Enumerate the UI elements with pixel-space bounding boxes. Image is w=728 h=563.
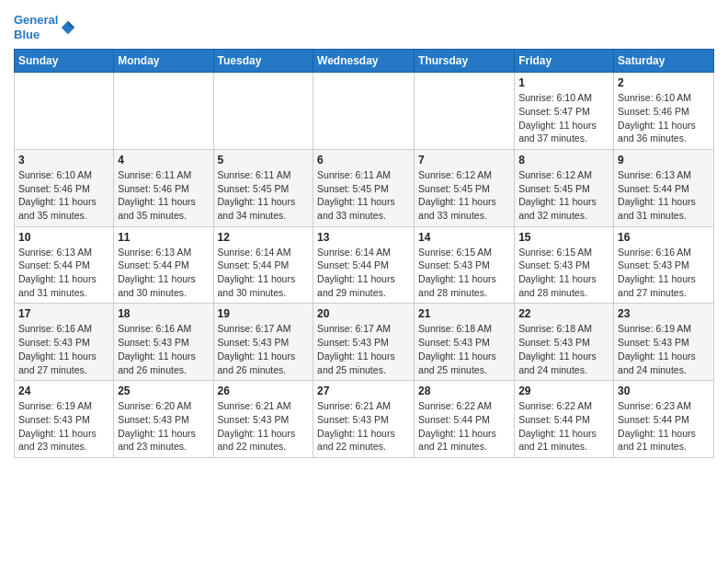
calendar-cell: 22Sunrise: 6:18 AM Sunset: 5:43 PM Dayli… (515, 304, 614, 381)
day-number: 2 (618, 76, 710, 89)
day-info: Sunrise: 6:18 AM Sunset: 5:43 PM Dayligh… (518, 322, 609, 376)
day-info: Sunrise: 6:10 AM Sunset: 5:46 PM Dayligh… (618, 91, 710, 145)
day-number: 25 (118, 385, 209, 397)
day-info: Sunrise: 6:16 AM Sunset: 5:43 PM Dayligh… (118, 322, 209, 376)
calendar-cell: 21Sunrise: 6:18 AM Sunset: 5:43 PM Dayli… (415, 304, 515, 381)
logo-icon (60, 19, 76, 36)
calendar-cell (114, 73, 213, 150)
day-info: Sunrise: 6:16 AM Sunset: 5:43 PM Dayligh… (618, 246, 710, 300)
col-header-thursday: Thursday (415, 50, 515, 73)
calendar-cell: 6Sunrise: 6:11 AM Sunset: 5:45 PM Daylig… (313, 149, 415, 226)
day-info: Sunrise: 6:11 AM Sunset: 5:45 PM Dayligh… (317, 168, 410, 223)
col-header-wednesday: Wednesday (313, 50, 415, 73)
calendar-cell: 18Sunrise: 6:16 AM Sunset: 5:43 PM Dayli… (114, 304, 213, 381)
calendar-cell: 16Sunrise: 6:16 AM Sunset: 5:43 PM Dayli… (614, 226, 714, 304)
day-info: Sunrise: 6:15 AM Sunset: 5:43 PM Dayligh… (518, 246, 609, 300)
calendar-cell: 23Sunrise: 6:19 AM Sunset: 5:43 PM Dayli… (614, 304, 714, 381)
calendar-cell: 26Sunrise: 6:21 AM Sunset: 5:43 PM Dayli… (213, 381, 313, 458)
calendar-cell: 17Sunrise: 6:16 AM Sunset: 5:43 PM Dayli… (15, 304, 114, 381)
calendar-cell: 15Sunrise: 6:15 AM Sunset: 5:43 PM Dayli… (515, 226, 614, 304)
calendar-cell: 29Sunrise: 6:22 AM Sunset: 5:44 PM Dayli… (515, 381, 614, 458)
calendar-header-row: SundayMondayTuesdayWednesdayThursdayFrid… (15, 50, 714, 73)
calendar-cell: 11Sunrise: 6:13 AM Sunset: 5:44 PM Dayli… (114, 226, 213, 304)
calendar-cell: 25Sunrise: 6:20 AM Sunset: 5:43 PM Dayli… (114, 381, 213, 458)
col-header-monday: Monday (114, 50, 213, 73)
day-number: 23 (618, 307, 710, 320)
day-number: 13 (317, 231, 410, 244)
day-number: 30 (618, 385, 710, 397)
day-number: 29 (518, 385, 609, 397)
logo: GeneralBlue (14, 13, 76, 41)
calendar-cell: 28Sunrise: 6:22 AM Sunset: 5:44 PM Dayli… (415, 381, 515, 458)
calendar-cell: 9Sunrise: 6:13 AM Sunset: 5:44 PM Daylig… (614, 149, 714, 226)
day-number: 6 (317, 154, 410, 167)
day-info: Sunrise: 6:17 AM Sunset: 5:43 PM Dayligh… (218, 322, 310, 376)
day-info: Sunrise: 6:13 AM Sunset: 5:44 PM Dayligh… (118, 246, 209, 300)
day-info: Sunrise: 6:10 AM Sunset: 5:46 PM Dayligh… (18, 168, 109, 223)
day-info: Sunrise: 6:12 AM Sunset: 5:45 PM Dayligh… (518, 168, 609, 223)
day-number: 8 (518, 154, 609, 167)
calendar-cell (213, 73, 313, 150)
calendar-cell: 5Sunrise: 6:11 AM Sunset: 5:45 PM Daylig… (213, 149, 313, 226)
day-info: Sunrise: 6:19 AM Sunset: 5:43 PM Dayligh… (618, 322, 710, 376)
day-info: Sunrise: 6:17 AM Sunset: 5:43 PM Dayligh… (317, 322, 410, 376)
day-info: Sunrise: 6:15 AM Sunset: 5:43 PM Dayligh… (418, 246, 510, 300)
calendar-cell (313, 73, 415, 150)
calendar-table: SundayMondayTuesdayWednesdayThursdayFrid… (14, 49, 714, 458)
day-number: 15 (518, 231, 609, 244)
calendar-cell: 7Sunrise: 6:12 AM Sunset: 5:45 PM Daylig… (415, 149, 515, 226)
calendar-cell: 20Sunrise: 6:17 AM Sunset: 5:43 PM Dayli… (313, 304, 415, 381)
day-info: Sunrise: 6:14 AM Sunset: 5:44 PM Dayligh… (317, 246, 410, 300)
day-info: Sunrise: 6:21 AM Sunset: 5:43 PM Dayligh… (317, 399, 410, 454)
calendar-cell: 24Sunrise: 6:19 AM Sunset: 5:43 PM Dayli… (15, 381, 114, 458)
day-info: Sunrise: 6:23 AM Sunset: 5:44 PM Dayligh… (618, 399, 710, 454)
calendar-week-2: 3Sunrise: 6:10 AM Sunset: 5:46 PM Daylig… (15, 149, 714, 226)
calendar-week-5: 24Sunrise: 6:19 AM Sunset: 5:43 PM Dayli… (15, 381, 714, 458)
day-info: Sunrise: 6:13 AM Sunset: 5:44 PM Dayligh… (18, 246, 109, 300)
day-number: 3 (18, 154, 109, 167)
day-number: 22 (518, 307, 609, 320)
day-number: 4 (118, 154, 209, 167)
day-number: 12 (218, 231, 310, 244)
day-number: 26 (218, 385, 310, 397)
page-header: GeneralBlue (14, 9, 714, 41)
calendar-cell: 2Sunrise: 6:10 AM Sunset: 5:46 PM Daylig… (614, 73, 714, 150)
day-number: 11 (118, 231, 209, 244)
day-number: 10 (18, 231, 109, 244)
calendar-cell (415, 73, 515, 150)
calendar-cell: 30Sunrise: 6:23 AM Sunset: 5:44 PM Dayli… (614, 381, 714, 458)
calendar-cell: 3Sunrise: 6:10 AM Sunset: 5:46 PM Daylig… (15, 149, 114, 226)
calendar-cell: 13Sunrise: 6:14 AM Sunset: 5:44 PM Dayli… (313, 226, 415, 304)
calendar-cell: 1Sunrise: 6:10 AM Sunset: 5:47 PM Daylig… (515, 73, 614, 150)
calendar-cell: 14Sunrise: 6:15 AM Sunset: 5:43 PM Dayli… (415, 226, 515, 304)
col-header-sunday: Sunday (15, 50, 114, 73)
day-info: Sunrise: 6:16 AM Sunset: 5:43 PM Dayligh… (18, 322, 109, 376)
calendar-cell: 19Sunrise: 6:17 AM Sunset: 5:43 PM Dayli… (213, 304, 313, 381)
col-header-friday: Friday (515, 50, 614, 73)
day-info: Sunrise: 6:18 AM Sunset: 5:43 PM Dayligh… (418, 322, 510, 376)
day-info: Sunrise: 6:12 AM Sunset: 5:45 PM Dayligh… (418, 168, 510, 223)
calendar-cell: 8Sunrise: 6:12 AM Sunset: 5:45 PM Daylig… (515, 149, 614, 226)
calendar-week-3: 10Sunrise: 6:13 AM Sunset: 5:44 PM Dayli… (15, 226, 714, 304)
day-info: Sunrise: 6:22 AM Sunset: 5:44 PM Dayligh… (518, 399, 609, 454)
day-number: 18 (118, 307, 209, 320)
day-info: Sunrise: 6:11 AM Sunset: 5:46 PM Dayligh… (118, 168, 209, 223)
day-number: 17 (18, 307, 109, 320)
day-info: Sunrise: 6:19 AM Sunset: 5:43 PM Dayligh… (18, 399, 109, 454)
day-info: Sunrise: 6:20 AM Sunset: 5:43 PM Dayligh… (118, 399, 209, 454)
calendar-cell: 12Sunrise: 6:14 AM Sunset: 5:44 PM Dayli… (213, 226, 313, 304)
calendar-cell (15, 73, 114, 150)
day-number: 27 (317, 385, 410, 397)
day-info: Sunrise: 6:13 AM Sunset: 5:44 PM Dayligh… (618, 168, 710, 223)
day-number: 9 (618, 154, 710, 167)
calendar-cell: 10Sunrise: 6:13 AM Sunset: 5:44 PM Dayli… (15, 226, 114, 304)
day-info: Sunrise: 6:11 AM Sunset: 5:45 PM Dayligh… (218, 168, 310, 223)
day-number: 1 (518, 76, 609, 89)
calendar-week-1: 1Sunrise: 6:10 AM Sunset: 5:47 PM Daylig… (15, 73, 714, 150)
day-info: Sunrise: 6:22 AM Sunset: 5:44 PM Dayligh… (418, 399, 510, 454)
day-number: 16 (618, 231, 710, 244)
day-number: 19 (218, 307, 310, 320)
day-number: 24 (18, 385, 109, 397)
calendar-cell: 27Sunrise: 6:21 AM Sunset: 5:43 PM Dayli… (313, 381, 415, 458)
day-number: 14 (418, 231, 510, 244)
